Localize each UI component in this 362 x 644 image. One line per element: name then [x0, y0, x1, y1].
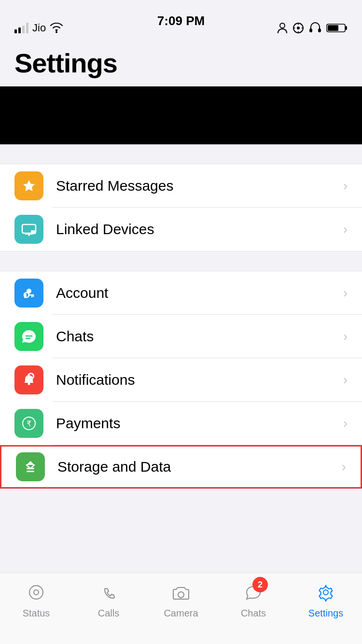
tab-settings[interactable]: Settings: [290, 580, 362, 619]
account-chevron: ›: [343, 285, 348, 301]
svg-point-27: [29, 586, 43, 599]
chats-settings-label: Chats: [56, 328, 343, 345]
svg-point-29: [178, 592, 184, 598]
page-title: Settings: [0, 42, 362, 86]
starred-messages-chevron: ›: [343, 178, 348, 194]
notifications-icon: [14, 365, 43, 394]
linked-devices-chevron: ›: [343, 222, 348, 237]
notifications-row[interactable]: Notifications ›: [0, 358, 362, 402]
linked-devices-icon: [14, 215, 43, 244]
chats-tab-icon: 2: [241, 580, 266, 605]
chats-settings-icon: [14, 322, 43, 351]
starred-messages-row[interactable]: Starred Messages ›: [0, 164, 362, 208]
status-right: [277, 22, 348, 34]
wifi-icon: [50, 23, 63, 33]
storage-and-data-label: Storage and Data: [57, 459, 342, 475]
settings-group-1: Starred Messages › Linked Devices ›: [0, 164, 362, 252]
svg-marker-9: [23, 180, 35, 191]
tab-chats-label: Chats: [241, 608, 266, 619]
storage-and-data-row[interactable]: Storage and Data ›: [0, 445, 362, 489]
section-gap-2: [0, 252, 362, 271]
linked-devices-label: Linked Devices: [56, 221, 343, 238]
tab-settings-label: Settings: [308, 608, 343, 619]
payments-chevron: ›: [343, 416, 348, 431]
svg-rect-26: [27, 471, 34, 472]
account-row[interactable]: Account ›: [0, 271, 362, 315]
tab-status[interactable]: Status: [0, 580, 72, 619]
tab-calls[interactable]: Calls: [72, 580, 145, 619]
account-label: Account: [56, 285, 343, 301]
person-icon: [277, 22, 288, 34]
svg-point-1: [280, 23, 285, 28]
carrier-name: Jio: [32, 22, 46, 34]
storage-icon: [16, 452, 45, 481]
svg-rect-8: [328, 25, 338, 31]
svg-rect-4: [309, 28, 312, 32]
starred-messages-icon: [14, 171, 43, 200]
svg-point-3: [297, 27, 300, 29]
starred-messages-label: Starred Messages: [56, 178, 343, 194]
tab-camera[interactable]: Camera: [145, 580, 217, 619]
calls-tab-icon: [96, 580, 121, 605]
payments-label: Payments: [56, 415, 343, 432]
tab-camera-label: Camera: [164, 608, 198, 619]
svg-point-30: [323, 590, 328, 595]
tab-chats[interactable]: 2 Chats: [217, 580, 290, 619]
notifications-label: Notifications: [56, 372, 343, 388]
status-time: 7:09 PM: [157, 14, 205, 28]
status-bar: Jio 7:09 PM: [0, 0, 362, 42]
camera-tab-icon: [168, 580, 194, 605]
signal-bars: [14, 23, 28, 33]
linked-devices-row[interactable]: Linked Devices ›: [0, 208, 362, 251]
headphones-icon: [309, 22, 321, 34]
svg-point-22: [28, 383, 30, 385]
svg-rect-13: [31, 230, 36, 234]
payments-icon: ₹: [14, 409, 43, 438]
chats-badge: 2: [252, 577, 268, 592]
redacted-banner: [0, 86, 362, 144]
tab-calls-label: Calls: [98, 608, 119, 619]
notifications-chevron: ›: [343, 372, 348, 388]
storage-and-data-chevron: ›: [342, 459, 346, 475]
section-gap-1: [0, 144, 362, 164]
tab-bar: Status Calls Camera 2 Chats: [0, 573, 362, 644]
tab-status-label: Status: [23, 608, 50, 619]
battery-icon: [326, 23, 348, 33]
account-icon: [14, 279, 43, 308]
svg-point-28: [34, 590, 39, 595]
chats-settings-chevron: ›: [343, 329, 348, 344]
svg-rect-7: [345, 26, 347, 30]
svg-rect-5: [318, 28, 321, 32]
chats-row[interactable]: Chats ›: [0, 315, 362, 358]
settings-tab-icon: [313, 580, 338, 605]
settings-group-2: Account › Chats › Notifications ›: [0, 271, 362, 489]
svg-point-0: [56, 31, 57, 33]
payments-row[interactable]: ₹ Payments ›: [0, 402, 362, 445]
carrier-signal: Jio: [14, 22, 63, 34]
lock-icon: [292, 22, 304, 34]
svg-text:₹: ₹: [27, 420, 31, 428]
status-tab-icon: [24, 580, 49, 605]
